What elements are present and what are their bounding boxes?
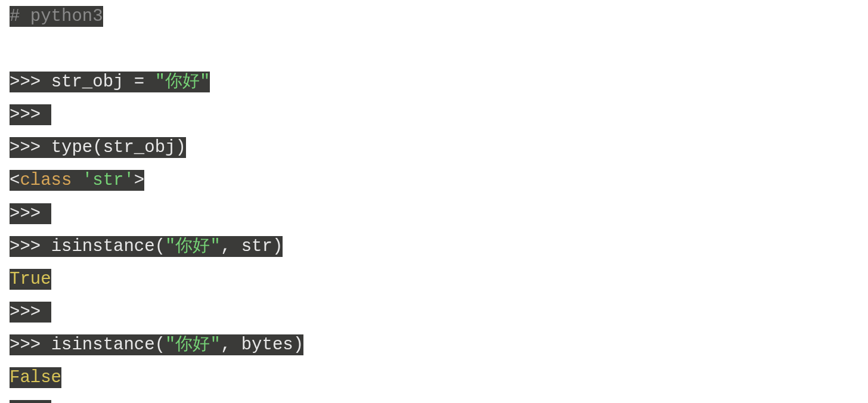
- str-literal: 'str': [82, 170, 134, 190]
- code-line-3: >>> str_obj = "你好": [10, 66, 868, 98]
- angle-bracket: <: [10, 170, 20, 190]
- string-literal: "你好": [165, 335, 221, 355]
- repl-prompt: >>>: [10, 105, 51, 125]
- true-output: True: [10, 269, 51, 289]
- comment-text: # python3: [10, 7, 103, 26]
- code-line-9: True: [10, 263, 868, 296]
- string-literal: "你好": [165, 237, 221, 256]
- false-output: False: [10, 368, 61, 388]
- isinstance-call: isinstance(: [51, 237, 165, 256]
- code-line-13: >>>: [10, 394, 868, 403]
- repl-prompt: >>>: [10, 335, 51, 355]
- code-line-5: >>> type(str_obj): [10, 131, 868, 164]
- repl-prompt: >>>: [10, 72, 51, 92]
- string-literal: "你好": [155, 72, 210, 92]
- code-line-8: >>> isinstance("你好", str): [10, 230, 868, 263]
- code-line-11: >>> isinstance("你好", bytes): [10, 328, 868, 361]
- code-line-2-blank: [10, 33, 868, 66]
- code-line-7: >>>: [10, 197, 868, 230]
- code-block: # python3 >>> str_obj = "你好" >>> >>> typ…: [0, 0, 868, 403]
- code-line-1: # python3: [10, 0, 868, 33]
- assignment-code: str_obj =: [51, 72, 155, 92]
- repl-prompt: >>>: [10, 237, 51, 256]
- isinstance-args: , bytes): [221, 335, 303, 355]
- isinstance-args: , str): [221, 237, 283, 256]
- space: [72, 170, 82, 190]
- code-line-10: >>>: [10, 296, 868, 328]
- isinstance-call: isinstance(: [51, 335, 165, 355]
- repl-prompt: >>>: [10, 204, 51, 224]
- code-line-6: <class 'str'>: [10, 164, 868, 197]
- code-line-12: False: [10, 361, 868, 394]
- repl-prompt: >>>: [10, 302, 51, 322]
- repl-prompt: >>>: [10, 138, 51, 157]
- repl-prompt: >>>: [10, 401, 51, 403]
- type-call: type(str_obj): [51, 138, 186, 157]
- angle-bracket: >: [134, 170, 144, 190]
- code-line-4: >>>: [10, 98, 868, 131]
- class-keyword: class: [20, 170, 72, 190]
